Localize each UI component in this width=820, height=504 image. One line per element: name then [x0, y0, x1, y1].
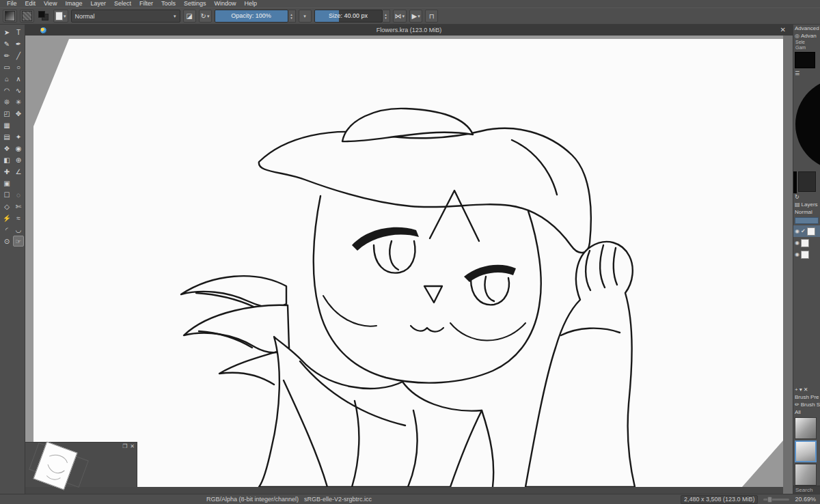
tool-bezier-select[interactable]: ◜ — [1, 224, 12, 235]
brush-presets-tab[interactable]: Brush Pre — [793, 393, 820, 401]
tool-rectangle[interactable]: ▭ — [1, 61, 12, 72]
mirror-horizontal-button[interactable]: ⋈▾ — [393, 10, 407, 23]
tool-color-sampler[interactable]: ✦ — [13, 131, 24, 142]
tool-freehand-path[interactable]: ∿ — [13, 85, 24, 96]
advanced-selector-tab[interactable]: Advanced — [793, 25, 820, 32]
menu-view[interactable]: View — [40, 0, 61, 8]
layer-row-2[interactable]: ◉ — [793, 237, 820, 249]
menu-edit[interactable]: Edit — [21, 0, 40, 8]
brush-search-input[interactable]: Search — [793, 486, 820, 494]
close-docker-icon[interactable]: ✕ — [130, 443, 135, 449]
foreground-color-swatch[interactable] — [38, 11, 45, 18]
tool-ellipse-select[interactable]: ◌ — [13, 189, 24, 200]
selector-refresh-row[interactable]: ↻ — [793, 193, 820, 201]
value-bar[interactable] — [793, 171, 797, 193]
visibility-icon[interactable]: ◉ — [795, 240, 800, 246]
tool-contiguous-select[interactable]: ⚡ — [1, 212, 12, 223]
menu-image[interactable]: Image — [61, 0, 86, 8]
pattern-chooser-button[interactable] — [20, 10, 34, 23]
blending-mode-dropdown[interactable]: Normal ▾ — [71, 10, 180, 23]
zoom-slider-handle[interactable] — [767, 496, 772, 503]
tool-line[interactable]: ╱ — [13, 50, 24, 61]
layer-row-3[interactable]: ◉ — [793, 249, 820, 260]
canvas-scroll-area-bottom[interactable] — [25, 487, 783, 494]
tool-bezier-curve[interactable]: ◠ — [1, 85, 12, 96]
canvas-viewport[interactable]: Flowers.kra (123.0 MiB) ✕ — [25, 25, 793, 494]
menu-tools[interactable]: Tools — [157, 0, 180, 8]
tool-multibrush[interactable]: ✳ — [13, 96, 24, 107]
tool-ellipse[interactable]: ○ — [13, 61, 24, 72]
menu-file[interactable]: File — [3, 0, 21, 8]
menu-filter[interactable]: Filter — [135, 0, 157, 8]
visibility-icon[interactable]: ◉ — [795, 228, 800, 234]
layer-menu-button[interactable]: ▾ — [800, 387, 802, 393]
tool-crop[interactable]: ▦ — [1, 120, 12, 130]
tool-move[interactable]: ✥ — [13, 108, 24, 119]
overview-docker[interactable]: ❐ ✕ — [25, 442, 137, 487]
tool-assistants[interactable]: ✚ — [1, 166, 12, 177]
brush-editor-button[interactable]: ▾ — [53, 10, 68, 23]
opacity-spinner[interactable]: ▴ ▾ — [288, 10, 296, 23]
menu-window[interactable]: Window — [210, 0, 240, 8]
spinner-down-icon[interactable]: ▾ — [383, 16, 390, 20]
tool-zoom[interactable]: ⊙ — [1, 236, 12, 247]
size-slider-track[interactable]: Size: 40.00 px — [314, 10, 383, 23]
brush-preset-1[interactable] — [795, 417, 817, 439]
shade-block[interactable] — [798, 171, 816, 192]
menu-layer[interactable]: Layer — [86, 0, 110, 8]
layer-blend-mode[interactable]: Normal — [793, 208, 820, 216]
opacity-options-button[interactable]: ▾ — [299, 10, 312, 23]
spinner-down-icon[interactable]: ▾ — [288, 16, 295, 20]
tool-magnetic-select[interactable]: ◡ — [13, 224, 24, 235]
tool-rect-select[interactable]: ☐ — [1, 189, 12, 200]
tool-pan[interactable]: ☞ — [13, 236, 24, 247]
tool-reference-images[interactable]: ▣ — [1, 178, 12, 188]
visibility-icon[interactable]: ◉ — [795, 251, 800, 257]
wraparound-mode-button[interactable]: ⊓ — [425, 10, 438, 23]
eraser-mode-button[interactable]: ◪ — [183, 10, 196, 23]
tool-text[interactable]: T — [13, 27, 24, 38]
canvas-scroll-area-right[interactable] — [783, 36, 793, 494]
layer-opacity-slider[interactable] — [795, 217, 819, 224]
opacity-slider[interactable]: Opacity: 100% ▴ ▾ — [215, 10, 296, 23]
tool-fill[interactable]: ◧ — [1, 154, 12, 165]
selector-options-row[interactable]: ☰ — [793, 70, 820, 77]
tool-polyline[interactable]: ∧ — [13, 73, 24, 84]
tool-edit-shapes[interactable]: ✎ — [1, 38, 12, 49]
tool-dynamic-brush[interactable]: ❊ — [1, 96, 12, 107]
size-spinner[interactable]: ▴ ▾ — [383, 10, 390, 23]
brush-filter-all[interactable]: All — [793, 408, 820, 416]
tool-pattern-edit[interactable]: ❖ — [1, 143, 12, 154]
opacity-slider-track[interactable]: Opacity: 100% — [215, 10, 288, 23]
shade-selector[interactable] — [793, 171, 820, 193]
float-docker-icon[interactable]: ❐ — [122, 443, 127, 449]
canvas-page[interactable] — [33, 39, 783, 487]
close-icon[interactable]: ✕ — [780, 26, 786, 33]
tool-similar-select[interactable]: ≈ — [13, 212, 24, 223]
size-slider[interactable]: Size: 40.00 px ▴ ▾ — [314, 10, 390, 23]
tool-measure[interactable]: ∠ — [13, 166, 24, 177]
menu-help[interactable]: Help — [241, 0, 262, 8]
brush-preset-2-selected[interactable] — [795, 440, 817, 462]
gradient-chooser-button[interactable] — [3, 10, 17, 23]
fg-bg-color-button[interactable] — [37, 10, 51, 23]
zoom-slider[interactable] — [763, 499, 789, 501]
brush-presets-row[interactable]: ✏ Brush S — [793, 401, 820, 408]
tool-freehand-brush[interactable]: ✏ — [1, 50, 12, 61]
advanced-selector-row[interactable]: ◎ Advan — [793, 32, 820, 40]
reload-preset-button[interactable]: ↻▾ — [199, 10, 212, 23]
layers-docker-tab[interactable]: ▤ Layers — [793, 201, 820, 208]
document-titlebar[interactable]: Flowers.kra (123.0 MiB) ✕ — [25, 25, 793, 36]
menu-select[interactable]: Select — [110, 0, 135, 8]
layer-row-1[interactable]: ◉ ✔ — [793, 225, 820, 237]
color-wheel[interactable] — [795, 79, 820, 170]
tool-enclose-fill[interactable]: ⊕ — [13, 154, 24, 165]
layer-checkbox[interactable]: ✔ — [801, 228, 806, 234]
tool-freehand-select[interactable]: ✄ — [13, 201, 24, 212]
brush-preset-3[interactable] — [795, 464, 817, 486]
tool-polygon-select[interactable]: ◇ — [1, 201, 12, 212]
tool-select-shapes[interactable]: ➤ — [1, 27, 12, 38]
tool-polygon[interactable]: ⌂ — [1, 73, 12, 84]
tool-colorize-mask[interactable]: ◉ — [13, 143, 24, 154]
tool-calligraphy[interactable]: ✒ — [13, 38, 24, 49]
